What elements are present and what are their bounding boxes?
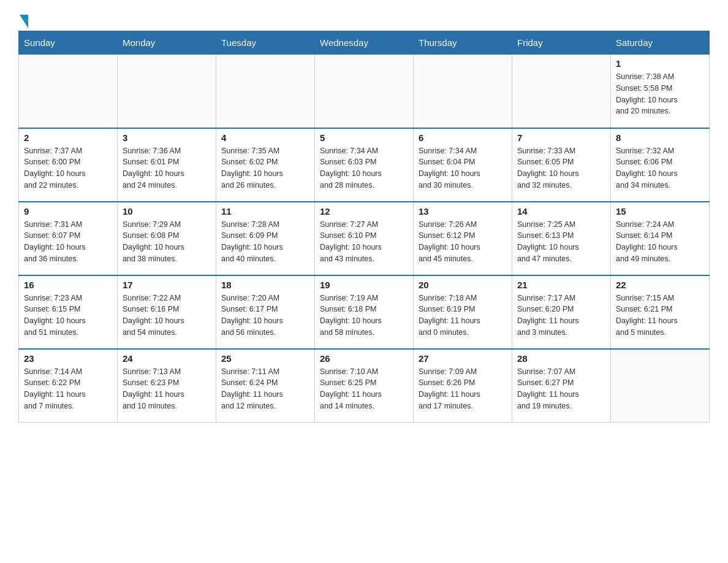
- day-info: Sunrise: 7:22 AMSunset: 6:16 PMDaylight:…: [123, 293, 211, 339]
- calendar-cell: [414, 55, 512, 128]
- day-number: 14: [517, 206, 605, 216]
- day-number: 1: [616, 58, 704, 69]
- day-number: 11: [221, 206, 309, 216]
- calendar-cell: 8Sunrise: 7:32 AMSunset: 6:06 PMDaylight…: [611, 128, 710, 202]
- calendar-cell: 15Sunrise: 7:24 AMSunset: 6:14 PMDayligh…: [611, 202, 710, 275]
- calendar-cell: [315, 55, 414, 128]
- day-info: Sunrise: 7:15 AMSunset: 6:21 PMDaylight:…: [616, 293, 704, 339]
- day-number: 9: [24, 206, 112, 216]
- day-info: Sunrise: 7:33 AMSunset: 6:05 PMDaylight:…: [517, 145, 605, 191]
- day-number: 17: [123, 280, 211, 290]
- day-number: 24: [123, 353, 211, 364]
- calendar-cell: 19Sunrise: 7:19 AMSunset: 6:18 PMDayligh…: [315, 275, 414, 349]
- day-number: 22: [616, 280, 704, 290]
- weekday-header-wednesday: Wednesday: [315, 31, 414, 55]
- weekday-header-friday: Friday: [512, 31, 611, 55]
- day-number: 10: [123, 206, 211, 216]
- calendar-cell: 24Sunrise: 7:13 AMSunset: 6:23 PMDayligh…: [118, 349, 216, 423]
- calendar-cell: 23Sunrise: 7:14 AMSunset: 6:22 PMDayligh…: [19, 349, 118, 423]
- page-header: [18, 12, 710, 25]
- calendar-cell: 26Sunrise: 7:10 AMSunset: 6:25 PMDayligh…: [315, 349, 414, 423]
- day-info: Sunrise: 7:34 AMSunset: 6:03 PMDaylight:…: [320, 145, 408, 191]
- day-info: Sunrise: 7:28 AMSunset: 6:09 PMDaylight:…: [221, 219, 309, 265]
- calendar-cell: 21Sunrise: 7:17 AMSunset: 6:20 PMDayligh…: [512, 275, 611, 349]
- logo-triangle-icon: [20, 15, 28, 28]
- calendar-cell: 6Sunrise: 7:34 AMSunset: 6:04 PMDaylight…: [414, 128, 512, 202]
- calendar-cell: 16Sunrise: 7:23 AMSunset: 6:15 PMDayligh…: [19, 275, 118, 349]
- calendar-cell: [19, 55, 118, 128]
- calendar-cell: 27Sunrise: 7:09 AMSunset: 6:26 PMDayligh…: [414, 349, 512, 423]
- weekday-header-saturday: Saturday: [611, 31, 710, 55]
- day-number: 8: [616, 132, 704, 143]
- calendar-table: SundayMondayTuesdayWednesdayThursdayFrid…: [18, 31, 710, 423]
- day-number: 4: [221, 132, 309, 143]
- day-info: Sunrise: 7:10 AMSunset: 6:25 PMDaylight:…: [320, 366, 408, 412]
- day-info: Sunrise: 7:18 AMSunset: 6:19 PMDaylight:…: [419, 293, 507, 339]
- day-number: 21: [517, 280, 605, 290]
- day-info: Sunrise: 7:24 AMSunset: 6:14 PMDaylight:…: [616, 219, 704, 265]
- calendar-cell: [118, 55, 216, 128]
- day-info: Sunrise: 7:34 AMSunset: 6:04 PMDaylight:…: [419, 145, 507, 191]
- weekday-header-monday: Monday: [118, 31, 216, 55]
- day-info: Sunrise: 7:31 AMSunset: 6:07 PMDaylight:…: [24, 219, 112, 265]
- day-info: Sunrise: 7:11 AMSunset: 6:24 PMDaylight:…: [221, 366, 309, 412]
- day-info: Sunrise: 7:23 AMSunset: 6:15 PMDaylight:…: [24, 293, 112, 339]
- calendar-cell: 13Sunrise: 7:26 AMSunset: 6:12 PMDayligh…: [414, 202, 512, 275]
- calendar-cell: 18Sunrise: 7:20 AMSunset: 6:17 PMDayligh…: [216, 275, 315, 349]
- calendar-cell: 11Sunrise: 7:28 AMSunset: 6:09 PMDayligh…: [216, 202, 315, 275]
- day-number: 18: [221, 280, 309, 290]
- logo: [18, 12, 28, 25]
- day-info: Sunrise: 7:29 AMSunset: 6:08 PMDaylight:…: [123, 219, 211, 265]
- day-number: 12: [320, 206, 408, 216]
- calendar-cell: 7Sunrise: 7:33 AMSunset: 6:05 PMDaylight…: [512, 128, 611, 202]
- weekday-header-tuesday: Tuesday: [216, 31, 315, 55]
- calendar-cell: 1Sunrise: 7:38 AMSunset: 5:58 PMDaylight…: [611, 55, 710, 128]
- calendar-cell: 5Sunrise: 7:34 AMSunset: 6:03 PMDaylight…: [315, 128, 414, 202]
- day-number: 25: [221, 353, 309, 364]
- day-info: Sunrise: 7:07 AMSunset: 6:27 PMDaylight:…: [517, 366, 605, 412]
- day-info: Sunrise: 7:37 AMSunset: 6:00 PMDaylight:…: [24, 145, 112, 191]
- calendar-cell: 14Sunrise: 7:25 AMSunset: 6:13 PMDayligh…: [512, 202, 611, 275]
- day-info: Sunrise: 7:17 AMSunset: 6:20 PMDaylight:…: [517, 293, 605, 339]
- day-info: Sunrise: 7:25 AMSunset: 6:13 PMDaylight:…: [517, 219, 605, 265]
- day-info: Sunrise: 7:27 AMSunset: 6:10 PMDaylight:…: [320, 219, 408, 265]
- day-number: 5: [320, 132, 408, 143]
- day-info: Sunrise: 7:13 AMSunset: 6:23 PMDaylight:…: [123, 366, 211, 412]
- day-number: 23: [24, 353, 112, 364]
- weekday-header-row: SundayMondayTuesdayWednesdayThursdayFrid…: [19, 31, 710, 55]
- calendar-week-row: 2Sunrise: 7:37 AMSunset: 6:00 PMDaylight…: [19, 128, 710, 202]
- calendar-cell: 3Sunrise: 7:36 AMSunset: 6:01 PMDaylight…: [118, 128, 216, 202]
- calendar-week-row: 1Sunrise: 7:38 AMSunset: 5:58 PMDaylight…: [19, 55, 710, 128]
- calendar-cell: 28Sunrise: 7:07 AMSunset: 6:27 PMDayligh…: [512, 349, 611, 423]
- calendar-cell: 22Sunrise: 7:15 AMSunset: 6:21 PMDayligh…: [611, 275, 710, 349]
- day-number: 2: [24, 132, 112, 143]
- calendar-cell: 20Sunrise: 7:18 AMSunset: 6:19 PMDayligh…: [414, 275, 512, 349]
- calendar-week-row: 9Sunrise: 7:31 AMSunset: 6:07 PMDaylight…: [19, 202, 710, 275]
- day-number: 27: [419, 353, 507, 364]
- calendar-cell: 10Sunrise: 7:29 AMSunset: 6:08 PMDayligh…: [118, 202, 216, 275]
- day-info: Sunrise: 7:26 AMSunset: 6:12 PMDaylight:…: [419, 219, 507, 265]
- calendar-cell: 25Sunrise: 7:11 AMSunset: 6:24 PMDayligh…: [216, 349, 315, 423]
- calendar-cell: [512, 55, 611, 128]
- day-number: 7: [517, 132, 605, 143]
- calendar-cell: 17Sunrise: 7:22 AMSunset: 6:16 PMDayligh…: [118, 275, 216, 349]
- day-info: Sunrise: 7:20 AMSunset: 6:17 PMDaylight:…: [221, 293, 309, 339]
- day-info: Sunrise: 7:36 AMSunset: 6:01 PMDaylight:…: [123, 145, 211, 191]
- calendar-cell: [611, 349, 710, 423]
- day-number: 16: [24, 280, 112, 290]
- calendar-cell: 2Sunrise: 7:37 AMSunset: 6:00 PMDaylight…: [19, 128, 118, 202]
- day-info: Sunrise: 7:32 AMSunset: 6:06 PMDaylight:…: [616, 145, 704, 191]
- calendar-week-row: 23Sunrise: 7:14 AMSunset: 6:22 PMDayligh…: [19, 349, 710, 423]
- calendar-cell: [216, 55, 315, 128]
- day-number: 3: [123, 132, 211, 143]
- day-number: 6: [419, 132, 507, 143]
- day-number: 26: [320, 353, 408, 364]
- day-number: 15: [616, 206, 704, 216]
- calendar-cell: 4Sunrise: 7:35 AMSunset: 6:02 PMDaylight…: [216, 128, 315, 202]
- calendar-cell: 12Sunrise: 7:27 AMSunset: 6:10 PMDayligh…: [315, 202, 414, 275]
- day-number: 20: [419, 280, 507, 290]
- weekday-header-thursday: Thursday: [414, 31, 512, 55]
- day-number: 19: [320, 280, 408, 290]
- day-info: Sunrise: 7:35 AMSunset: 6:02 PMDaylight:…: [221, 145, 309, 191]
- calendar-cell: 9Sunrise: 7:31 AMSunset: 6:07 PMDaylight…: [19, 202, 118, 275]
